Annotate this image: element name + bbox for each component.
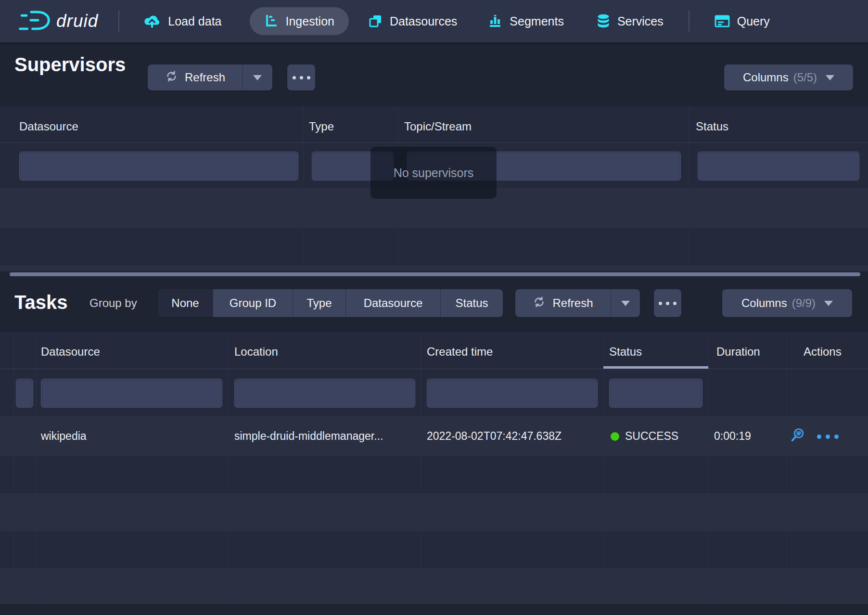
- status-filter-input[interactable]: [698, 152, 859, 180]
- supervisors-columns-button[interactable]: Columns (5/5): [724, 64, 853, 90]
- columns-count: (9/9): [792, 296, 816, 310]
- column-header-datasource[interactable]: Datasource: [19, 120, 78, 133]
- datasource-filter-input[interactable]: [19, 152, 298, 180]
- logo-text: druid: [56, 11, 98, 31]
- nav-item-label: Ingestion: [286, 14, 334, 28]
- status-dot-icon: [611, 432, 619, 441]
- nav-item-services[interactable]: Services: [597, 13, 664, 29]
- cell-created-time[interactable]: 2022-08-02T07:42:47.638Z: [427, 430, 562, 443]
- nav-item-label: Services: [617, 14, 664, 28]
- nav-item-label: Load data: [168, 14, 221, 28]
- column-header-location[interactable]: Location: [234, 345, 278, 359]
- horizontal-scrollbar[interactable]: [10, 272, 860, 276]
- row-divider: [0, 227, 868, 228]
- datasource-filter-input[interactable]: [41, 379, 222, 408]
- row-divider: [0, 493, 868, 494]
- location-filter-input[interactable]: [234, 379, 415, 408]
- supervisors-table: Datasource Type Topic/Stream Status No s…: [0, 106, 868, 271]
- nav-item-load-data[interactable]: Load data: [143, 14, 221, 28]
- table-row: [0, 266, 868, 271]
- row-divider: [0, 568, 868, 569]
- row-divider: [0, 531, 868, 531]
- tasks-columns-button[interactable]: Columns (9/9): [722, 289, 852, 317]
- row-divider: [0, 456, 868, 456]
- column-divider: [689, 106, 689, 271]
- row-divider: [0, 416, 868, 417]
- group-by-type-button[interactable]: Type: [293, 289, 346, 317]
- druid-logo[interactable]: druid: [18, 8, 98, 34]
- header-divider: [0, 142, 868, 143]
- chevron-down-icon: [253, 75, 262, 80]
- nav-item-label: Datasources: [390, 14, 457, 28]
- navbar-divider: [689, 11, 689, 32]
- chevron-down-icon: [824, 301, 833, 306]
- gantt-chart-icon: [264, 14, 279, 28]
- column-divider: [603, 332, 604, 604]
- tasks-refresh-dropdown-button[interactable]: [611, 289, 640, 317]
- column-header-status[interactable]: Status: [609, 345, 642, 359]
- stacked-squares-icon: [368, 14, 383, 28]
- cloud-upload-icon: [143, 14, 161, 28]
- column-divider: [303, 106, 304, 271]
- supervisors-title: Supervisors: [14, 54, 126, 76]
- column-divider: [421, 332, 421, 604]
- druid-console: druid Load data: [0, 0, 868, 615]
- nav-item-label: Query: [737, 14, 770, 28]
- column-divider: [229, 332, 229, 604]
- columns-label: Columns: [741, 296, 787, 310]
- chevron-down-icon: [621, 301, 630, 306]
- refresh-label: Refresh: [185, 71, 225, 84]
- table-row: [0, 493, 868, 531]
- nav-item-label: Segments: [510, 14, 564, 28]
- bar-chart-icon: [488, 14, 502, 28]
- more-actions-icon[interactable]: [817, 435, 839, 439]
- nav-item-datasources[interactable]: Datasources: [368, 14, 457, 28]
- navbar: druid Load data: [0, 0, 868, 42]
- column-header-datasource[interactable]: Datasource: [41, 345, 100, 359]
- group-by-status-button[interactable]: Status: [441, 289, 503, 317]
- navbar-divider: [118, 11, 119, 32]
- created-time-filter-input[interactable]: [427, 379, 598, 408]
- task-id-filter-input[interactable]: [16, 379, 33, 408]
- group-by-datasource-button[interactable]: Datasource: [346, 289, 441, 317]
- table-row: [0, 568, 868, 604]
- column-divider: [708, 332, 709, 604]
- status-filter-input[interactable]: [609, 379, 702, 408]
- column-header-actions[interactable]: Actions: [804, 345, 842, 359]
- column-header-created-time[interactable]: Created time: [427, 345, 493, 359]
- column-header-status[interactable]: Status: [696, 120, 728, 133]
- more-ellipsis-icon: [293, 76, 310, 79]
- database-icon: [597, 13, 610, 29]
- inspect-icon[interactable]: [790, 427, 805, 446]
- more-ellipsis-icon: [659, 302, 677, 305]
- cell-datasource[interactable]: wikipedia: [41, 430, 87, 443]
- refresh-icon: [165, 70, 178, 86]
- column-divider: [36, 332, 37, 604]
- column-header-duration[interactable]: Duration: [716, 345, 760, 359]
- nav-item-query[interactable]: Query: [715, 14, 770, 28]
- console-icon: [715, 14, 730, 28]
- nav-item-segments[interactable]: Segments: [488, 14, 564, 28]
- supervisors-refresh-button[interactable]: Refresh: [148, 64, 243, 90]
- tasks-more-button[interactable]: [654, 289, 681, 317]
- tasks-refresh-button[interactable]: Refresh: [516, 289, 611, 317]
- columns-label: Columns: [743, 71, 789, 84]
- row-divider: [0, 266, 868, 266]
- cell-duration: 0:00:19: [714, 430, 751, 443]
- nav-item-ingestion[interactable]: Ingestion: [250, 7, 349, 35]
- tasks-table: Datasource Location Created time Status …: [0, 332, 868, 604]
- column-divider: [13, 332, 14, 604]
- column-header-topic-stream[interactable]: Topic/Stream: [404, 120, 472, 133]
- cell-location[interactable]: simple-druid-middlemanager...: [234, 430, 383, 443]
- status-badge: SUCCESS: [625, 430, 678, 442]
- group-by-segmented-control: None Group ID Type Datasource Status: [158, 289, 503, 317]
- empty-state-overlay: No supervisors: [370, 147, 497, 199]
- group-by-group-id-button[interactable]: Group ID: [213, 289, 293, 317]
- group-by-none-button[interactable]: None: [158, 289, 213, 317]
- column-header-type[interactable]: Type: [309, 120, 334, 133]
- header-divider: [0, 369, 868, 369]
- supervisors-more-button[interactable]: [287, 64, 315, 90]
- supervisors-refresh-split-button: Refresh: [148, 64, 272, 90]
- supervisors-refresh-dropdown-button[interactable]: [243, 64, 272, 90]
- cell-actions: [790, 427, 839, 446]
